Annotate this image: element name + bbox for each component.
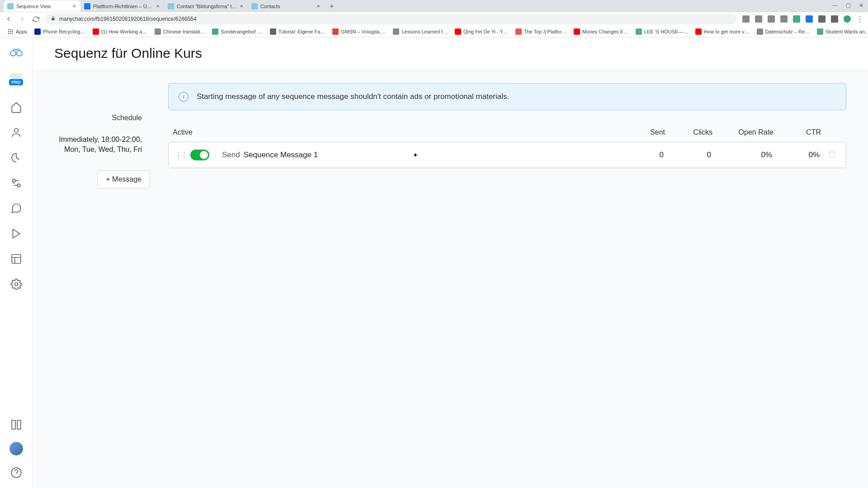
extension-icon[interactable] bbox=[793, 15, 800, 23]
schedule-text[interactable]: Immediately, 18:00-22:00, Mon, Tue, Wed,… bbox=[33, 135, 150, 154]
browser-tab[interactable]: Contact "Bildungsfirma" throu… × bbox=[164, 0, 248, 12]
help-icon[interactable] bbox=[10, 466, 23, 479]
workspace-selector[interactable]: PRO bbox=[7, 69, 25, 84]
bookmark-favicon bbox=[574, 28, 580, 35]
bookmark-favicon bbox=[212, 28, 218, 35]
bookmark-favicon bbox=[7, 28, 14, 35]
close-icon[interactable]: × bbox=[240, 3, 243, 9]
back-button[interactable] bbox=[5, 15, 13, 23]
bookmark-item[interactable]: Datenschutz – Re… bbox=[754, 28, 812, 36]
bookmark-item[interactable]: Chinese translati… bbox=[152, 28, 208, 36]
table-column: i Starting message of any sequence messa… bbox=[157, 70, 868, 488]
minimize-icon[interactable]: — bbox=[832, 2, 838, 9]
columns-header: Active Sent Clicks Open Rate CTR bbox=[168, 128, 846, 136]
tab-bar: Sequence View × Plattform-Richtlinien – … bbox=[0, 0, 868, 12]
svg-point-10 bbox=[16, 51, 22, 56]
templates-icon[interactable] bbox=[10, 253, 23, 265]
bookmark-item[interactable]: Lessons Learned f… bbox=[390, 28, 450, 36]
bookmark-label: Tutorial: Eigene Fa… bbox=[278, 29, 326, 34]
browser-tab[interactable]: Plattform-Richtlinien – Übersi… × bbox=[80, 0, 164, 12]
pro-badge: PRO bbox=[9, 79, 24, 85]
bookmark-item[interactable]: LEE 'S HOUSE—… bbox=[633, 28, 691, 36]
chat-icon[interactable] bbox=[10, 202, 23, 215]
window-controls: — ▢ ✕ bbox=[832, 2, 863, 9]
reload-button[interactable] bbox=[32, 15, 40, 23]
bookmark-favicon bbox=[34, 28, 41, 35]
browser-chrome: Sequence View × Plattform-Richtlinien – … bbox=[0, 0, 868, 38]
tab-title: Plattform-Richtlinien – Übersi… bbox=[93, 4, 153, 9]
bookmark-favicon bbox=[817, 28, 823, 35]
schedule-column: Schedule Immediately, 18:00-22:00, Mon, … bbox=[33, 70, 157, 488]
close-icon[interactable]: × bbox=[156, 3, 160, 9]
bookmark-item[interactable]: Phone Recycling… bbox=[32, 28, 88, 36]
bookmark-favicon bbox=[636, 28, 642, 35]
send-label: Send bbox=[222, 150, 240, 160]
library-icon[interactable] bbox=[10, 418, 23, 431]
cursor-icon: ✦ bbox=[413, 151, 418, 159]
extension-icon[interactable] bbox=[755, 15, 762, 23]
bookmark-item[interactable]: Sonderangebot! … bbox=[209, 28, 265, 36]
close-icon[interactable]: × bbox=[72, 3, 76, 9]
info-icon: i bbox=[179, 92, 189, 102]
svg-rect-5 bbox=[12, 31, 13, 32]
brand-logo[interactable] bbox=[9, 46, 24, 61]
close-icon[interactable]: ✕ bbox=[859, 2, 863, 9]
browser-tab[interactable]: Contacts × bbox=[248, 0, 325, 12]
bookmark-label: Student Wants an… bbox=[826, 29, 868, 34]
message-row[interactable]: ⋮⋮ Send Sequence Message 1 ✦ 0 0 0% 0% bbox=[168, 142, 846, 168]
svg-rect-14 bbox=[12, 254, 21, 263]
add-message-button[interactable]: + Message bbox=[97, 170, 150, 188]
extension-icon[interactable] bbox=[806, 15, 813, 23]
svg-rect-8 bbox=[12, 33, 13, 33]
bookmark-item[interactable]: Tutorial: Eigene Fa… bbox=[267, 28, 328, 36]
column-open-rate: Open Rate bbox=[712, 128, 774, 136]
bookmark-item[interactable]: Student Wants an… bbox=[814, 28, 868, 36]
lock-icon bbox=[51, 16, 56, 22]
nav-items bbox=[10, 101, 23, 291]
bookmark-favicon bbox=[155, 28, 161, 35]
bookmark-item[interactable]: Apps bbox=[5, 28, 30, 36]
extension-icon[interactable] bbox=[818, 15, 826, 23]
svg-point-13 bbox=[17, 184, 20, 187]
menu-icon[interactable]: ⋮ bbox=[856, 15, 863, 23]
growth-icon[interactable] bbox=[10, 151, 23, 164]
extension-icon[interactable] bbox=[831, 15, 838, 23]
maximize-icon[interactable]: ▢ bbox=[846, 2, 851, 9]
tab-title: Contact "Bildungsfirma" throu… bbox=[177, 4, 237, 9]
browser-tab[interactable]: Sequence View × bbox=[4, 0, 80, 12]
extension-icon[interactable] bbox=[768, 15, 775, 23]
favicon bbox=[84, 3, 90, 9]
settings-icon[interactable] bbox=[10, 278, 23, 291]
bookmark-item[interactable]: Qing Fei De Yi - Y… bbox=[452, 28, 511, 36]
svg-rect-6 bbox=[8, 33, 9, 33]
avatar[interactable] bbox=[844, 15, 851, 23]
message-name: Sequence Message 1 bbox=[244, 150, 318, 160]
bookmark-item[interactable]: GMSN – Vologda,… bbox=[330, 28, 388, 36]
bookmark-item[interactable]: How to get more v… bbox=[693, 28, 752, 36]
extension-icon[interactable] bbox=[742, 15, 750, 23]
forward-button[interactable] bbox=[18, 15, 26, 23]
trash-icon[interactable] bbox=[828, 150, 836, 160]
audience-icon[interactable] bbox=[10, 126, 23, 139]
bookmark-favicon bbox=[270, 28, 276, 35]
bookmark-item[interactable]: Money Changes E… bbox=[571, 28, 631, 36]
avatar[interactable] bbox=[9, 442, 23, 455]
stat-sent: 0 bbox=[616, 150, 664, 160]
active-toggle[interactable] bbox=[190, 150, 209, 160]
bookmark-item[interactable]: The Top 3 Platfor… bbox=[513, 28, 570, 36]
drag-handle-icon[interactable]: ⋮⋮ bbox=[175, 151, 187, 159]
bookmark-item[interactable]: (1) How Working a… bbox=[90, 28, 150, 36]
new-tab-button[interactable]: + bbox=[326, 1, 337, 12]
page-title: Sequenz für Online Kurs bbox=[54, 46, 846, 61]
automation-icon[interactable] bbox=[10, 177, 23, 189]
extension-icons: ⋮ bbox=[742, 15, 863, 23]
url-input[interactable]: manychat.com/fb198150208192061​8/sequenc… bbox=[45, 14, 737, 24]
home-icon[interactable] bbox=[10, 101, 23, 113]
broadcast-icon[interactable] bbox=[10, 227, 23, 240]
tab-title: Sequence View bbox=[16, 4, 70, 9]
extension-icon[interactable] bbox=[780, 15, 788, 23]
close-icon[interactable]: × bbox=[316, 3, 320, 9]
main-content: Sequenz für Online Kurs Schedule Immedia… bbox=[33, 38, 868, 488]
bookmark-label: How to get more v… bbox=[704, 29, 749, 34]
bookmark-favicon bbox=[695, 28, 702, 35]
